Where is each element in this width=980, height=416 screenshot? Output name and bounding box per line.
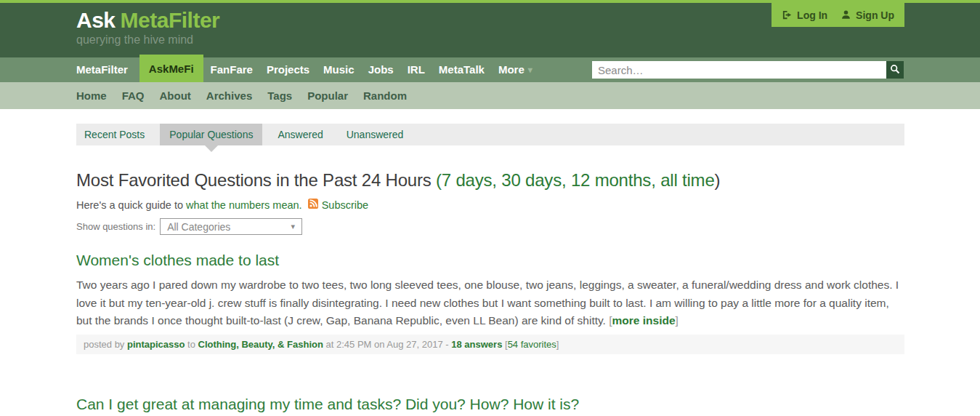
site-tagline: querying the hive mind bbox=[76, 33, 219, 47]
question-title-link[interactable]: Women's clothes made to last bbox=[76, 252, 279, 268]
separator: , bbox=[651, 170, 660, 190]
category-select[interactable]: All Categories ▾ bbox=[160, 218, 302, 235]
site-header: AskMetaFilter querying the hive mind Log… bbox=[0, 3, 980, 57]
subnav-item-popular[interactable]: Popular bbox=[307, 89, 348, 102]
nav-item-more[interactable]: More ▾ bbox=[498, 57, 532, 82]
chevron-down-icon: ▾ bbox=[528, 57, 532, 82]
nav-item-fanfare[interactable]: FanFare bbox=[211, 57, 253, 82]
bracket-close: ] bbox=[556, 339, 559, 350]
nav-item-metafilter[interactable]: MetaFilter bbox=[76, 57, 128, 82]
subscribe-link[interactable]: Subscribe bbox=[322, 199, 368, 211]
tab-unanswered[interactable]: Unanswered bbox=[339, 124, 412, 145]
login-label: Log In bbox=[797, 9, 827, 21]
question-title: Can I get great at managing my time and … bbox=[76, 396, 904, 413]
signup-label: Sign Up bbox=[856, 9, 894, 21]
question-title-link[interactable]: Can I get great at managing my time and … bbox=[76, 396, 579, 412]
range-link-7-days[interactable]: 7 days bbox=[442, 170, 493, 190]
paren-open: ( bbox=[436, 170, 442, 190]
search-icon bbox=[890, 64, 900, 76]
nav-item-projects[interactable]: Projects bbox=[267, 57, 309, 82]
askmetafilter-page: AskMetaFilter querying the hive mind Log… bbox=[0, 0, 980, 416]
auth-box: Log In Sign Up bbox=[772, 3, 904, 27]
category-link[interactable]: Clothing, Beauty, & Fashion bbox=[198, 339, 323, 350]
nav-item-music[interactable]: Music bbox=[323, 57, 355, 82]
question-item: Can I get great at managing my time and … bbox=[76, 396, 904, 413]
question-title: Women's clothes made to last bbox=[76, 252, 904, 269]
more-inside-link[interactable]: more inside bbox=[612, 314, 676, 327]
question-body: Two years ago I pared down my wardrobe t… bbox=[76, 276, 904, 330]
login-button[interactable]: Log In bbox=[782, 9, 827, 21]
site-logo[interactable]: AskMetaFilter querying the hive mind bbox=[76, 8, 219, 47]
tab-answered[interactable]: Answered bbox=[270, 124, 331, 145]
posted-by-label: posted by bbox=[84, 339, 127, 350]
separator: , bbox=[492, 170, 501, 190]
bracket-close: ] bbox=[676, 314, 679, 327]
search-input[interactable] bbox=[592, 61, 886, 79]
signup-button[interactable]: Sign Up bbox=[841, 9, 894, 21]
category-select-value: All Categories bbox=[167, 221, 230, 233]
logo-ask: Ask bbox=[76, 8, 116, 32]
subnav-item-home[interactable]: Home bbox=[76, 89, 107, 102]
range-link-12-months[interactable]: 12 months bbox=[571, 170, 651, 190]
favorites-link[interactable]: 54 favorites bbox=[508, 339, 556, 350]
more-label: More bbox=[498, 57, 525, 82]
subnav-item-archives[interactable]: Archives bbox=[206, 89, 252, 102]
question-item: Women's clothes made to last Two years a… bbox=[76, 252, 904, 354]
subnav-item-tags[interactable]: Tags bbox=[267, 89, 292, 102]
main-content: Recent Posts Popular Questions Answered … bbox=[0, 124, 980, 413]
person-icon bbox=[841, 9, 851, 20]
subnav-item-about[interactable]: About bbox=[160, 89, 191, 102]
logo-text: AskMetaFilter bbox=[76, 8, 219, 33]
range-link-all-time[interactable]: all time bbox=[660, 170, 714, 190]
paren-close: ) bbox=[715, 170, 721, 190]
tab-recent-posts[interactable]: Recent Posts bbox=[76, 124, 153, 145]
logo-metafilter: MetaFilter bbox=[121, 8, 220, 32]
rss-icon bbox=[308, 199, 318, 211]
question-body-text: Two years ago I pared down my wardrobe t… bbox=[76, 279, 899, 327]
filter-label: Show questions in: bbox=[76, 221, 155, 232]
range-link-30-days[interactable]: 30 days bbox=[501, 170, 562, 190]
author-link[interactable]: pintapicasso bbox=[127, 339, 185, 350]
primary-nav: MetaFilter AskMeFi FanFare Projects Musi… bbox=[0, 57, 980, 82]
searchbar bbox=[592, 61, 904, 79]
secondary-nav: Home FAQ About Archives Tags Popular Ran… bbox=[0, 82, 980, 109]
to-label: to bbox=[185, 339, 198, 350]
subnav-item-faq[interactable]: FAQ bbox=[122, 89, 145, 102]
login-icon bbox=[782, 9, 793, 20]
nav-item-irl[interactable]: IRL bbox=[408, 57, 425, 82]
separator: , bbox=[562, 170, 571, 190]
guide-prefix: Here's a quick guide to bbox=[76, 199, 183, 211]
category-filter-row: Show questions in: All Categories ▾ bbox=[76, 218, 904, 235]
nav-item-jobs[interactable]: Jobs bbox=[368, 57, 394, 82]
filter-tabs: Recent Posts Popular Questions Answered … bbox=[76, 124, 904, 145]
question-byline: posted by pintapicasso to Clothing, Beau… bbox=[76, 335, 904, 354]
page-title: Most Favorited Questions in the Past 24 … bbox=[76, 170, 904, 191]
tab-popular-questions[interactable]: Popular Questions bbox=[160, 124, 262, 145]
numbers-guide-link[interactable]: what the numbers mean. bbox=[186, 199, 302, 211]
timestamp: at 2:45 PM on Aug 27, 2017 - bbox=[323, 339, 451, 350]
page-title-text: Most Favorited Questions in the Past 24 … bbox=[76, 170, 436, 190]
subnav-item-random[interactable]: Random bbox=[363, 89, 407, 102]
caret-down-icon: ▾ bbox=[291, 222, 296, 231]
nav-item-askmefi[interactable]: AskMeFi bbox=[139, 55, 203, 82]
answers-link[interactable]: 18 answers bbox=[451, 339, 502, 350]
search-button[interactable] bbox=[886, 61, 904, 79]
nav-item-metatalk[interactable]: MetaTalk bbox=[439, 57, 485, 82]
guide-line: Here's a quick guide to what the numbers… bbox=[76, 199, 904, 211]
